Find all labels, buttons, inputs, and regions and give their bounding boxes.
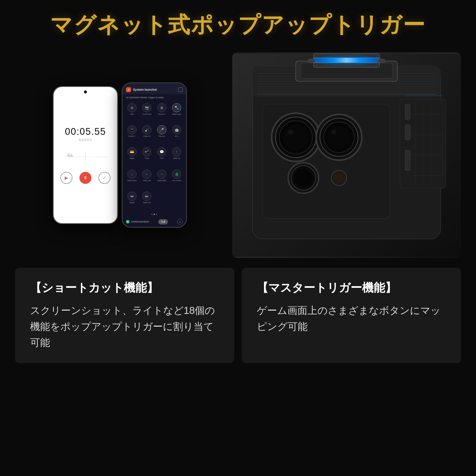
launcher-header: ⚡ System launcher	[123, 83, 186, 94]
media-next-icon: ⏭	[142, 192, 151, 201]
null-icon: ⊘	[128, 103, 137, 112]
list-item[interactable]: ← Slide Left	[140, 168, 154, 189]
mode-c-label: Mode C	[129, 135, 135, 137]
list-item[interactable]: ⏮ Media	[125, 190, 139, 211]
page-container: マグネット式ポップアップトリガー 00:05.55 高品质音乐	[0, 0, 476, 476]
we-label: t We	[160, 157, 164, 159]
svg-point-39	[332, 130, 336, 135]
svg-point-26	[311, 55, 382, 65]
launcher-footer: ✓ 应用置其他应用程序 完成 ☺	[123, 216, 186, 227]
clean-m-label: Clean M	[143, 135, 150, 137]
slide-left-icon: ←	[142, 170, 151, 179]
dot-2	[154, 214, 155, 215]
bottom-section: 【ショートカット機能】 スクリーンショット、ライトなど18個の機能をポップアップ…	[15, 268, 461, 363]
master-trigger-feature-card: 【マスタートリガー機能】 ゲーム画面上のさまざまなボタンにマッピング可能	[242, 268, 461, 363]
shortcut-desc: スクリーンショット、ライトなど18個の機能をポップアップトリガーに割り当て可能	[30, 302, 219, 350]
list-item[interactable]: 💳 Alipay	[125, 146, 139, 167]
alipay-icon: 💳	[128, 147, 137, 156]
clean-m-icon: 🧹	[142, 125, 151, 134]
check-button[interactable]: ✓	[98, 172, 110, 184]
svg-rect-47	[405, 125, 410, 140]
alipay-label: Alipay	[130, 157, 135, 159]
list-item[interactable]: 📲 Code	[140, 146, 154, 167]
content-area: 00:05.55 高品质音乐	[15, 52, 461, 258]
flashlight-icon: 🔦	[172, 103, 181, 112]
null-label: Null	[130, 113, 134, 115]
master-trigger-desc: ゲーム画面上のさまざまなボタンにマッピング可能	[257, 302, 446, 334]
slide-down-icon: ↓	[128, 170, 137, 179]
shortcut-feature-card: 【ショートカット機能】 スクリーンショット、ライトなど18個の機能をポップアップ…	[15, 268, 234, 363]
list-item[interactable]: → Slide Right	[155, 168, 169, 189]
list-item[interactable]: 💬 t We	[155, 146, 169, 167]
list-item[interactable]: 🌲 Ant Forest	[170, 168, 184, 189]
timer-label: 高品质音乐	[78, 138, 92, 142]
phone2-inner: ⚡ System launcher he top/bottom Master T…	[123, 83, 186, 227]
list-item[interactable]: 📱 Mode C	[125, 124, 139, 145]
slide-down-label: Slide Down	[127, 179, 137, 182]
footer-check-icon: ✓	[126, 220, 130, 223]
svg-point-44	[334, 173, 344, 183]
ant-forest-icon: 🌲	[172, 170, 181, 179]
list-item[interactable]: 🤖 de A	[170, 124, 184, 145]
we-icon: 💬	[157, 147, 166, 156]
ant-forest-label: Ant Forest	[172, 179, 181, 182]
flashlight-label: Flash Light	[172, 113, 181, 115]
phone1-screen: 00:05.55 高品质音乐	[54, 87, 117, 223]
launcher-grid: ⊘ Null 📷 Screensho 🖥 Screen F 🔦	[123, 101, 186, 212]
list-item[interactable]: 🧹 Clean M	[140, 124, 154, 145]
svg-rect-27	[308, 59, 315, 63]
launcher-title: System launcher	[133, 88, 157, 91]
list-item[interactable]: 🖥 Screen F	[155, 102, 169, 123]
list-item[interactable]: ↓ Slide Down	[125, 168, 139, 189]
slide-right-label: Slide Right	[157, 179, 166, 182]
launcher-dots	[123, 212, 186, 216]
launcher-corner-btn[interactable]	[178, 87, 183, 92]
screen-f-label: Screen F	[158, 113, 166, 115]
code-label: Code	[145, 157, 149, 159]
media-prev-icon: ⏮	[128, 192, 137, 201]
phone1-notch	[84, 90, 87, 93]
media-next-label: Media Ne	[143, 201, 151, 204]
timer-display: 00:05.55	[65, 126, 106, 137]
footer-right-icon[interactable]: ☺	[177, 219, 183, 224]
ai-icon: 🤖	[172, 125, 181, 134]
play-button[interactable]: ▶	[60, 172, 72, 184]
shortcut-title: 【ショートカット機能】	[30, 280, 219, 295]
pause-button[interactable]: ⏸	[79, 172, 91, 184]
slide-right-icon: →	[157, 170, 166, 179]
svg-point-42	[294, 169, 312, 187]
screenshot-icon: 📷	[142, 103, 151, 112]
hardware-bg	[232, 52, 461, 258]
main-title: マグネット式ポップアップトリガー	[50, 10, 426, 40]
phone-voice-recorder: 00:05.55 高品质音乐	[53, 86, 118, 224]
code-icon: 📲	[142, 147, 151, 156]
slide-up-icon: ↑	[172, 147, 181, 156]
list-item[interactable]: 📷 Screensho	[140, 102, 154, 123]
list-item[interactable]: ⊘ Null	[125, 102, 139, 123]
svg-point-34	[288, 130, 293, 135]
footer-done-button[interactable]: 完成	[158, 219, 168, 224]
launcher-subtitle: he top/bottom Master Trigger to setup	[123, 94, 186, 101]
ai-label: de A	[175, 135, 179, 137]
list-item[interactable]: 🎤 Record	[155, 124, 169, 145]
svg-rect-46	[405, 104, 410, 120]
media-prev-label: Media	[130, 201, 135, 204]
hardware-section	[232, 52, 461, 258]
footer-app-text: 应用置其他应用程序	[131, 220, 149, 223]
svg-point-33	[283, 125, 308, 150]
svg-rect-48	[405, 150, 410, 170]
list-item[interactable]: 🔦 Flash Light	[170, 102, 184, 123]
svg-rect-28	[378, 59, 385, 63]
list-item[interactable]: ⏭ Media Ne	[140, 190, 154, 211]
svg-point-38	[327, 126, 350, 149]
footer-app-info: ✓ 应用置其他应用程序	[126, 220, 149, 223]
slide-up-label: Slide Up	[173, 157, 180, 159]
screen-f-icon: 🖥	[157, 103, 166, 112]
list-item[interactable]: ↑ Slide Up	[170, 146, 184, 167]
launcher-app-icon: ⚡	[126, 87, 131, 92]
waveform	[63, 149, 108, 164]
slide-left-label: Slide Left	[143, 179, 151, 182]
mode-c-icon: 📱	[128, 125, 137, 134]
recorder-controls: ▶ ⏸ ✓	[60, 172, 110, 184]
phone-system-launcher: ⚡ System launcher he top/bottom Master T…	[122, 82, 187, 228]
